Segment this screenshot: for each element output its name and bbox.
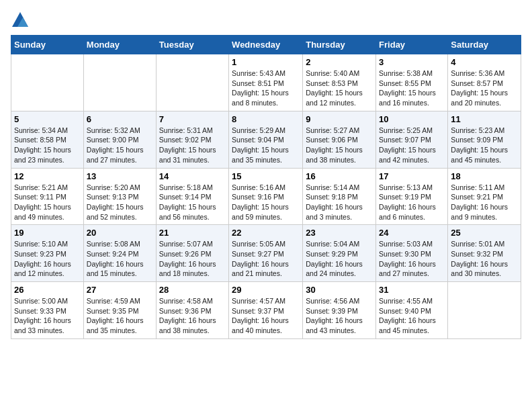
day-of-week-header: Tuesday [156, 36, 228, 54]
day-number: 16 [306, 171, 373, 181]
day-number: 20 [87, 228, 153, 238]
day-number: 24 [379, 228, 445, 238]
calendar-cell: 12Sunrise: 5:21 AM Sunset: 9:11 PM Dayli… [11, 168, 84, 225]
calendar-cell: 26Sunrise: 5:00 AM Sunset: 9:33 PM Dayli… [11, 282, 84, 339]
calendar-cell: 23Sunrise: 5:04 AM Sunset: 9:29 PM Dayli… [303, 225, 376, 282]
day-info: Sunrise: 5:13 AM Sunset: 9:19 PM Dayligh… [379, 183, 445, 222]
calendar-cell: 2Sunrise: 5:40 AM Sunset: 8:53 PM Daylig… [303, 54, 376, 111]
day-of-week-header: Monday [83, 36, 156, 54]
day-info: Sunrise: 5:14 AM Sunset: 9:18 PM Dayligh… [306, 183, 373, 222]
day-info: Sunrise: 5:25 AM Sunset: 9:07 PM Dayligh… [379, 126, 445, 165]
day-number: 2 [306, 57, 373, 67]
logo-icon [11, 11, 30, 30]
calendar-cell: 28Sunrise: 4:58 AM Sunset: 9:36 PM Dayli… [156, 282, 228, 339]
day-info: Sunrise: 5:21 AM Sunset: 9:11 PM Dayligh… [14, 183, 81, 222]
day-info: Sunrise: 5:04 AM Sunset: 9:29 PM Dayligh… [306, 239, 373, 279]
day-info: Sunrise: 4:55 AM Sunset: 9:40 PM Dayligh… [379, 296, 445, 336]
day-info: Sunrise: 5:31 AM Sunset: 9:02 PM Dayligh… [159, 126, 226, 165]
calendar-week-row: 1Sunrise: 5:43 AM Sunset: 8:51 PM Daylig… [11, 54, 521, 111]
calendar-cell: 31Sunrise: 4:55 AM Sunset: 9:40 PM Dayli… [376, 282, 448, 339]
calendar-cell: 1Sunrise: 5:43 AM Sunset: 8:51 PM Daylig… [229, 54, 303, 111]
day-info: Sunrise: 5:16 AM Sunset: 9:16 PM Dayligh… [232, 183, 300, 222]
day-info: Sunrise: 5:11 AM Sunset: 9:21 PM Dayligh… [451, 183, 518, 222]
calendar-cell: 18Sunrise: 5:11 AM Sunset: 9:21 PM Dayli… [448, 168, 521, 225]
day-of-week-header: Wednesday [229, 36, 303, 54]
day-number: 21 [159, 228, 226, 238]
day-info: Sunrise: 5:05 AM Sunset: 9:27 PM Dayligh… [232, 239, 300, 279]
day-info: Sunrise: 4:56 AM Sunset: 9:39 PM Dayligh… [306, 296, 373, 336]
calendar-cell: 14Sunrise: 5:18 AM Sunset: 9:14 PM Dayli… [156, 168, 228, 225]
day-number: 23 [306, 228, 373, 238]
calendar-cell: 8Sunrise: 5:29 AM Sunset: 9:04 PM Daylig… [229, 111, 303, 168]
day-info: Sunrise: 5:08 AM Sunset: 9:24 PM Dayligh… [87, 239, 153, 279]
day-number: 31 [379, 285, 445, 295]
day-number: 8 [232, 114, 300, 124]
day-number: 3 [379, 57, 445, 67]
calendar-cell: 7Sunrise: 5:31 AM Sunset: 9:02 PM Daylig… [156, 111, 228, 168]
day-number: 9 [306, 114, 373, 124]
day-info: Sunrise: 5:32 AM Sunset: 9:00 PM Dayligh… [87, 126, 153, 165]
calendar-header-row: SundayMondayTuesdayWednesdayThursdayFrid… [11, 36, 521, 54]
day-info: Sunrise: 5:36 AM Sunset: 8:57 PM Dayligh… [451, 68, 518, 108]
calendar-cell: 27Sunrise: 4:59 AM Sunset: 9:35 PM Dayli… [83, 282, 156, 339]
day-info: Sunrise: 5:29 AM Sunset: 9:04 PM Dayligh… [232, 126, 300, 165]
day-info: Sunrise: 5:03 AM Sunset: 9:30 PM Dayligh… [379, 239, 445, 279]
calendar-cell: 4Sunrise: 5:36 AM Sunset: 8:57 PM Daylig… [448, 54, 521, 111]
day-info: Sunrise: 5:38 AM Sunset: 8:55 PM Dayligh… [379, 68, 445, 108]
day-number: 28 [159, 285, 226, 295]
calendar-cell: 29Sunrise: 4:57 AM Sunset: 9:37 PM Dayli… [229, 282, 303, 339]
day-info: Sunrise: 5:18 AM Sunset: 9:14 PM Dayligh… [159, 183, 226, 222]
day-number: 29 [232, 285, 300, 295]
calendar-cell: 22Sunrise: 5:05 AM Sunset: 9:27 PM Dayli… [229, 225, 303, 282]
day-number: 1 [232, 57, 300, 67]
day-number: 13 [87, 171, 153, 181]
calendar-cell: 6Sunrise: 5:32 AM Sunset: 9:00 PM Daylig… [83, 111, 156, 168]
day-number: 25 [451, 228, 518, 238]
calendar-cell: 17Sunrise: 5:13 AM Sunset: 9:19 PM Dayli… [376, 168, 448, 225]
day-info: Sunrise: 5:40 AM Sunset: 8:53 PM Dayligh… [306, 68, 373, 108]
day-info: Sunrise: 5:20 AM Sunset: 9:13 PM Dayligh… [87, 183, 153, 222]
day-of-week-header: Saturday [448, 36, 521, 54]
calendar-cell: 19Sunrise: 5:10 AM Sunset: 9:23 PM Dayli… [11, 225, 84, 282]
day-number: 14 [159, 171, 226, 181]
calendar-week-row: 19Sunrise: 5:10 AM Sunset: 9:23 PM Dayli… [11, 225, 521, 282]
day-number: 5 [14, 114, 81, 124]
day-info: Sunrise: 4:58 AM Sunset: 9:36 PM Dayligh… [159, 296, 226, 336]
calendar-cell: 11Sunrise: 5:23 AM Sunset: 9:09 PM Dayli… [448, 111, 521, 168]
calendar-cell [11, 54, 84, 111]
day-info: Sunrise: 5:01 AM Sunset: 9:32 PM Dayligh… [451, 239, 518, 279]
calendar-cell: 10Sunrise: 5:25 AM Sunset: 9:07 PM Dayli… [376, 111, 448, 168]
calendar-cell [83, 54, 156, 111]
calendar-cell [448, 282, 521, 339]
calendar-cell: 13Sunrise: 5:20 AM Sunset: 9:13 PM Dayli… [83, 168, 156, 225]
calendar-cell: 24Sunrise: 5:03 AM Sunset: 9:30 PM Dayli… [376, 225, 448, 282]
calendar-week-row: 5Sunrise: 5:34 AM Sunset: 8:58 PM Daylig… [11, 111, 521, 168]
calendar-cell: 16Sunrise: 5:14 AM Sunset: 9:18 PM Dayli… [303, 168, 376, 225]
day-number: 12 [14, 171, 81, 181]
day-number: 4 [451, 57, 518, 67]
day-of-week-header: Sunday [11, 36, 84, 54]
day-number: 10 [379, 114, 445, 124]
day-info: Sunrise: 5:27 AM Sunset: 9:06 PM Dayligh… [306, 126, 373, 165]
logo [11, 11, 32, 30]
day-info: Sunrise: 5:23 AM Sunset: 9:09 PM Dayligh… [451, 126, 518, 165]
day-number: 27 [87, 285, 153, 295]
calendar-week-row: 12Sunrise: 5:21 AM Sunset: 9:11 PM Dayli… [11, 168, 521, 225]
calendar-cell: 9Sunrise: 5:27 AM Sunset: 9:06 PM Daylig… [303, 111, 376, 168]
day-of-week-header: Friday [376, 36, 448, 54]
day-number: 11 [451, 114, 518, 124]
day-of-week-header: Thursday [303, 36, 376, 54]
day-number: 15 [232, 171, 300, 181]
page-header [11, 11, 521, 30]
day-info: Sunrise: 5:34 AM Sunset: 8:58 PM Dayligh… [14, 126, 81, 165]
day-number: 19 [14, 228, 81, 238]
calendar-cell: 5Sunrise: 5:34 AM Sunset: 8:58 PM Daylig… [11, 111, 84, 168]
day-number: 22 [232, 228, 300, 238]
day-info: Sunrise: 5:00 AM Sunset: 9:33 PM Dayligh… [14, 296, 81, 336]
calendar-cell: 3Sunrise: 5:38 AM Sunset: 8:55 PM Daylig… [376, 54, 448, 111]
calendar-table: SundayMondayTuesdayWednesdayThursdayFrid… [11, 35, 521, 339]
day-number: 18 [451, 171, 518, 181]
day-info: Sunrise: 5:43 AM Sunset: 8:51 PM Dayligh… [232, 68, 300, 108]
calendar-cell: 25Sunrise: 5:01 AM Sunset: 9:32 PM Dayli… [448, 225, 521, 282]
day-number: 17 [379, 171, 445, 181]
